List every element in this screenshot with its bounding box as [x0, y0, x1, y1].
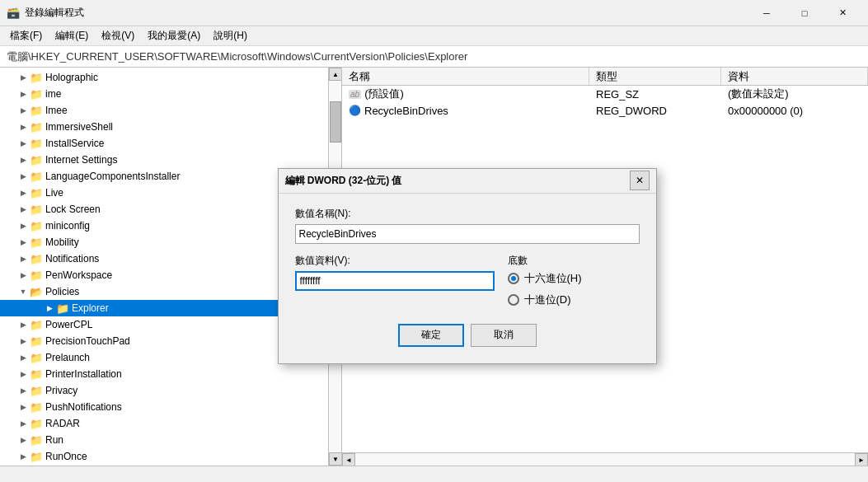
expand-icon[interactable]: ▶ — [16, 120, 30, 133]
expand-icon[interactable]: ▶ — [16, 417, 30, 430]
tree-item-holographic[interactable]: ▶ 📁 Holographic — [0, 69, 341, 86]
expand-icon[interactable]: ▶ — [16, 450, 30, 463]
menu-favorites[interactable]: 我的最愛(A) — [141, 27, 207, 44]
tree-label: Lock Screen — [45, 204, 101, 215]
menu-view[interactable]: 檢視(V) — [95, 27, 141, 44]
folder-icon: 📁 — [30, 269, 43, 282]
folder-icon: 📁 — [30, 186, 43, 199]
row-name-label: (預設值) — [364, 87, 404, 101]
folder-icon: 📁 — [56, 302, 69, 315]
name-input[interactable] — [295, 224, 640, 244]
column-header-name: 名稱 — [342, 68, 589, 85]
tree-item-run[interactable]: ▶ 📁 Run — [0, 432, 341, 448]
value-field-label: 數值資料(V): — [295, 254, 495, 268]
tree-label: Prelaunch — [45, 352, 90, 363]
scroll-thumb[interactable] — [330, 101, 341, 143]
folder-icon: 📁 — [30, 367, 43, 381]
folder-icon: 📁 — [30, 71, 43, 84]
folder-icon: 📁 — [30, 433, 43, 447]
status-bar — [0, 466, 868, 482]
menu-help[interactable]: 說明(H) — [207, 27, 254, 44]
tree-label: Explorer — [72, 302, 109, 314]
tree-label: RADAR — [45, 418, 80, 429]
tree-item-runonce[interactable]: ▶ 📁 RunOnce — [0, 448, 341, 465]
expand-icon[interactable]: ▶ — [16, 433, 30, 447]
tree-label: Policies — [45, 286, 79, 297]
expand-icon[interactable]: ▶ — [16, 335, 30, 348]
h-scrollbar: ◄ ► — [342, 452, 868, 466]
tree-item-installservice[interactable]: ▶ 📁 InstallService — [0, 135, 341, 152]
tree-label: PenWorkspace — [45, 269, 112, 281]
cell-name-default: ab (預設值) — [342, 86, 589, 102]
tree-label: miniconfig — [45, 220, 90, 232]
tree-label: Internet Settings — [45, 154, 117, 166]
expand-icon[interactable]: ▶ — [16, 236, 30, 249]
cancel-button[interactable]: 取消 — [471, 324, 537, 347]
base-section: 底數 十六進位(H) 十進位(D) — [508, 254, 640, 307]
h-scroll-left[interactable]: ◄ — [342, 453, 355, 466]
expand-icon[interactable]: ▶ — [16, 252, 30, 265]
tree-item-immersiveshell[interactable]: ▶ 📁 ImmersiveShell — [0, 119, 341, 135]
folder-icon: 📁 — [30, 236, 43, 249]
tree-item-imee[interactable]: ▶ 📁 Imee — [0, 102, 341, 119]
expand-icon[interactable]: ▶ — [16, 137, 30, 150]
expand-icon[interactable]: ▶ — [16, 104, 30, 117]
expand-icon[interactable]: ▶ — [16, 318, 30, 331]
cell-type-recyclebin: REG_DWORD — [589, 102, 721, 119]
radio-dec[interactable]: 十進位(D) — [508, 292, 640, 307]
tree-label: InstallService — [45, 138, 104, 149]
expand-icon[interactable]: ▶ — [16, 203, 30, 216]
table-row[interactable]: 🔵 RecycleBinDrives REG_DWORD 0x00000000 … — [342, 102, 868, 119]
expand-icon[interactable]: ▶ — [16, 351, 30, 364]
dialog-close-button[interactable]: ✕ — [630, 171, 650, 190]
folder-icon: 📂 — [30, 285, 43, 298]
value-input[interactable] — [295, 271, 495, 291]
h-scroll-track[interactable] — [355, 453, 855, 466]
tree-label: Run — [45, 434, 63, 446]
cell-data-recyclebin: 0x00000000 (0) — [721, 102, 868, 119]
menu-edit[interactable]: 編輯(E) — [49, 27, 95, 44]
expand-icon[interactable]: ▶ — [16, 71, 30, 84]
close-button[interactable]: ✕ — [823, 0, 861, 26]
reg-ab-icon: ab — [349, 90, 361, 99]
tree-item-radar[interactable]: ▶ 📁 RADAR — [0, 415, 341, 432]
radio-hex[interactable]: 十六進位(H) — [508, 271, 640, 286]
expand-icon[interactable]: ▶ — [16, 384, 30, 397]
radio-hex-label: 十六進位(H) — [524, 271, 582, 286]
folder-icon: 📁 — [30, 384, 43, 397]
folder-icon: 📁 — [30, 170, 43, 183]
expand-icon[interactable]: ▶ — [16, 400, 30, 414]
title-bar: 🗃️ 登錄編輯程式 ─ □ ✕ — [0, 0, 868, 26]
expand-icon[interactable]: ▶ — [16, 87, 30, 101]
tree-item-printerinstallation[interactable]: ▶ 📁 PrinterInstallation — [0, 366, 341, 382]
folder-icon: 📁 — [30, 87, 43, 101]
tree-item-internetsettings[interactable]: ▶ 📁 Internet Settings — [0, 152, 341, 168]
menu-file[interactable]: 檔案(F) — [3, 27, 49, 44]
expand-icon[interactable]: ▶ — [16, 219, 30, 232]
expand-icon[interactable]: ▶ — [43, 302, 56, 315]
maximize-button[interactable]: □ — [786, 0, 823, 26]
table-row[interactable]: ab (預設值) REG_SZ (數值未設定) — [342, 86, 868, 102]
expand-icon[interactable]: ▶ — [16, 367, 30, 381]
app-icon: 🗃️ — [7, 7, 20, 20]
scroll-up-btn[interactable]: ▲ — [329, 68, 342, 81]
folder-icon: 📁 — [30, 252, 43, 265]
folder-icon: 📁 — [30, 137, 43, 150]
scroll-down-btn[interactable]: ▼ — [329, 452, 342, 466]
dialog-dword: 編輯 DWORD (32-位元) 值 ✕ 數值名稱(N): 數值資料(V): 底… — [278, 168, 657, 364]
expand-icon[interactable]: ▶ — [16, 170, 30, 183]
tree-item-privacy[interactable]: ▶ 📁 Privacy — [0, 382, 341, 399]
expand-icon[interactable]: ▶ — [16, 269, 30, 282]
tree-item-pushnotifications[interactable]: ▶ 📁 PushNotifications — [0, 399, 341, 415]
ok-button[interactable]: 確定 — [398, 324, 464, 347]
tree-label: ImmersiveShell — [45, 121, 113, 133]
folder-icon: 📁 — [30, 203, 43, 216]
expand-icon[interactable]: ▶ — [16, 186, 30, 199]
expand-icon[interactable]: ▼ — [16, 285, 30, 298]
expand-icon[interactable]: ▶ — [16, 153, 30, 166]
minimize-button[interactable]: ─ — [748, 0, 786, 26]
radio-dec-circle — [508, 294, 519, 306]
tree-item-ime[interactable]: ▶ 📁 ime — [0, 86, 341, 102]
h-scroll-right[interactable]: ► — [855, 453, 868, 466]
name-field-label: 數值名稱(N): — [295, 207, 640, 221]
